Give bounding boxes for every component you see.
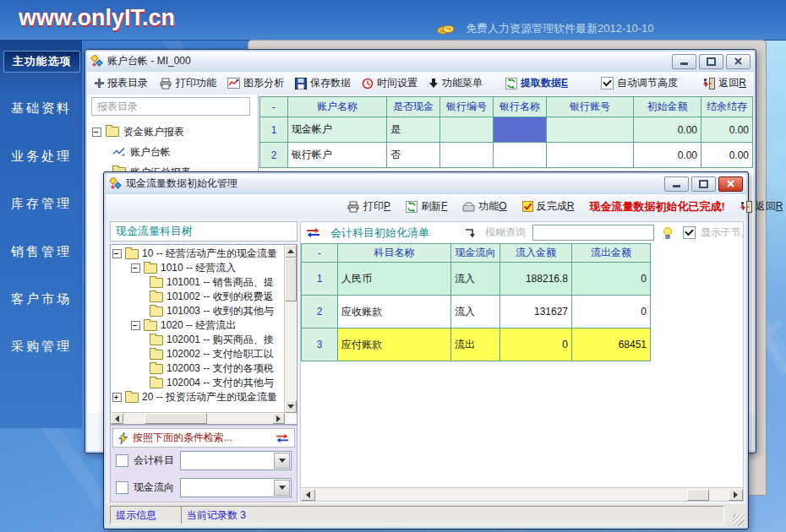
sidebar-item-business[interactable]: 业务处理 — [11, 149, 72, 165]
list-hscrollbar[interactable] — [301, 487, 743, 501]
tree-item-fund-account-reports[interactable]: 资金账户报表 — [92, 122, 256, 142]
print-function-button[interactable]: 打印功能 — [159, 76, 216, 90]
direction-filter-combobox[interactable] — [180, 478, 292, 497]
sidebar-item-sales[interactable]: 销售管理 — [11, 244, 72, 260]
window2-statusbar: 提示信息 当前记录数 3 — [106, 502, 746, 527]
sidebar-item-base-data[interactable]: 基础资料 — [11, 100, 72, 117]
tree-item[interactable]: 101001 -- 销售商品、提 — [112, 275, 284, 290]
window2-icon — [109, 177, 122, 190]
report-dir-button[interactable]: 报表目录 — [95, 76, 148, 90]
sidebar-item-customers[interactable]: 客户市场 — [11, 291, 72, 307]
tree-item[interactable]: 101002 -- 收到的税费返 — [112, 290, 284, 304]
swap-icon[interactable] — [306, 227, 320, 238]
chart-icon — [227, 78, 240, 89]
lightning-icon — [118, 432, 128, 444]
scroll-right-button[interactable] — [272, 413, 285, 424]
dropdown-button[interactable] — [274, 480, 290, 496]
save-data-button[interactable]: 保存数据 — [295, 76, 351, 90]
close-icon — [727, 180, 734, 187]
show-children-label: 显示子节点相 — [701, 225, 743, 240]
goto-arrow-icon[interactable] — [465, 228, 477, 238]
handshake-icon — [436, 23, 456, 35]
tree-vscrollbar[interactable] — [284, 245, 297, 413]
autofit-toggle[interactable]: 自动调节高度 — [601, 76, 678, 90]
window2-close-button[interactable] — [718, 176, 743, 192]
window2-maximize-button[interactable] — [691, 176, 716, 192]
extract-data-button[interactable]: 提取数据E — [505, 76, 568, 90]
tree-item[interactable]: 102002 -- 支付给职工以 — [112, 347, 284, 361]
cashflow-tree-header: 现金流量科目树 — [110, 221, 297, 242]
tree-item-account-ledger[interactable]: 账户台帐 — [92, 142, 256, 162]
uncomplete-button[interactable]: 反完成R — [522, 199, 575, 214]
swap-icon[interactable] — [276, 433, 289, 443]
window1-maximize-button[interactable] — [699, 54, 723, 69]
site-logo[interactable]: www.onlyIT.cn — [19, 5, 175, 31]
account-filter-combobox[interactable] — [180, 451, 292, 470]
window1-close-button[interactable] — [726, 54, 751, 69]
printer-icon — [347, 201, 360, 213]
sidebar-item-purchasing[interactable]: 采购管理 — [11, 339, 72, 355]
window2-minimize-button[interactable] — [664, 176, 689, 192]
function-menu-button[interactable]: 功能菜单 — [428, 76, 483, 90]
collapse-icon[interactable] — [131, 321, 140, 330]
sidebar-header: 主功能选项 — [3, 51, 80, 73]
collapse-icon[interactable] — [92, 128, 101, 137]
window2-titlebar[interactable]: 现金流量数据初始化管理 — [106, 174, 746, 193]
window2-back-button[interactable]: 返回R — [740, 199, 783, 214]
scroll-thumb[interactable] — [285, 258, 297, 301]
scroll-left-button[interactable] — [111, 413, 123, 424]
tree-item[interactable]: 10 -- 经营活动产生的现金流量 — [112, 247, 284, 261]
tree-item[interactable]: 102004 -- 支付的其他与 — [112, 376, 284, 390]
refresh-icon — [406, 201, 418, 213]
show-children-checkbox[interactable] — [683, 226, 696, 239]
scroll-left-button[interactable] — [301, 489, 315, 501]
tree-item[interactable]: 1020 -- 经营流出 — [112, 318, 284, 333]
window2-title: 现金流量数据初始化管理 — [126, 176, 662, 191]
collapse-icon[interactable] — [131, 263, 140, 273]
tree-item[interactable]: 102003 -- 支付的各项税 — [112, 361, 284, 376]
expand-icon[interactable] — [112, 393, 122, 402]
tree-item[interactable]: 20 -- 投资活动产生的现金流量 — [112, 390, 284, 404]
selected-cell[interactable] — [494, 117, 547, 143]
window1-back-button[interactable]: 返回R — [703, 76, 746, 90]
init-list-topbar: 会计科目初始化清单 模糊查询 显示子节点相 — [301, 222, 743, 243]
tree-item[interactable]: 102001 -- 购买商品、接 — [112, 333, 284, 347]
close-icon — [734, 57, 742, 65]
table-header-row: - 账户名称 是否现金 银行编号 银行名称 银行账号 初始金额 结余结存 — [260, 97, 753, 117]
window1-minimize-button[interactable] — [672, 54, 696, 69]
window2-resize-grip[interactable] — [733, 514, 745, 526]
account-filter-checkbox[interactable] — [116, 454, 128, 467]
fuzzy-search-label: 模糊查询 — [485, 225, 526, 240]
scroll-thumb[interactable] — [687, 489, 709, 501]
direction-filter-checkbox[interactable] — [116, 481, 128, 494]
sidebar: 主功能选项 基础资料 业务处理 库存管理 销售管理 客户市场 采购管理 — [0, 40, 82, 428]
scroll-thumb[interactable] — [145, 413, 207, 424]
graph-analysis-button[interactable]: 图形分析 — [227, 76, 284, 90]
autofit-checkbox[interactable] — [601, 77, 614, 90]
init-list-panel: 会计科目初始化清单 模糊查询 显示子节点相 — [300, 221, 744, 502]
refresh-icon — [505, 78, 517, 90]
time-settings-button[interactable]: 时间设置 — [362, 76, 418, 90]
scroll-up-button[interactable] — [285, 245, 297, 258]
tree-item[interactable]: 1010 -- 经营流入 — [112, 261, 284, 275]
account-table: - 账户名称 是否现金 银行编号 银行名称 银行账号 初始金额 结余结存 1 现… — [259, 96, 753, 168]
tree-hscrollbar[interactable] — [111, 412, 285, 424]
scroll-right-button[interactable] — [729, 489, 743, 501]
fuzzy-search-input[interactable] — [532, 225, 654, 241]
folder-icon — [106, 127, 119, 137]
table-row: 2 银行帐户 否 0.00 0.00 — [260, 143, 753, 168]
scroll-down-button[interactable] — [285, 400, 297, 413]
tree-item[interactable]: 101003 -- 收到的其他与 — [112, 304, 284, 318]
exit-door-icon — [703, 78, 715, 90]
folder-icon — [144, 321, 157, 331]
window1-tree-header: 报表目录 — [91, 97, 250, 116]
window1-titlebar[interactable]: 账户台帐 - MI_000 — [87, 52, 754, 71]
print-button[interactable]: 打印P — [347, 199, 390, 214]
collapse-icon[interactable] — [112, 249, 122, 258]
init-list-title: 会计科目初始化清单 — [330, 225, 429, 241]
function-button[interactable]: 功能O — [462, 199, 506, 214]
refresh-button[interactable]: 刷新F — [406, 199, 447, 214]
dropdown-button[interactable] — [274, 453, 290, 469]
sidebar-item-inventory[interactable]: 库存管理 — [11, 196, 72, 212]
lamp-icon[interactable] — [663, 227, 673, 239]
